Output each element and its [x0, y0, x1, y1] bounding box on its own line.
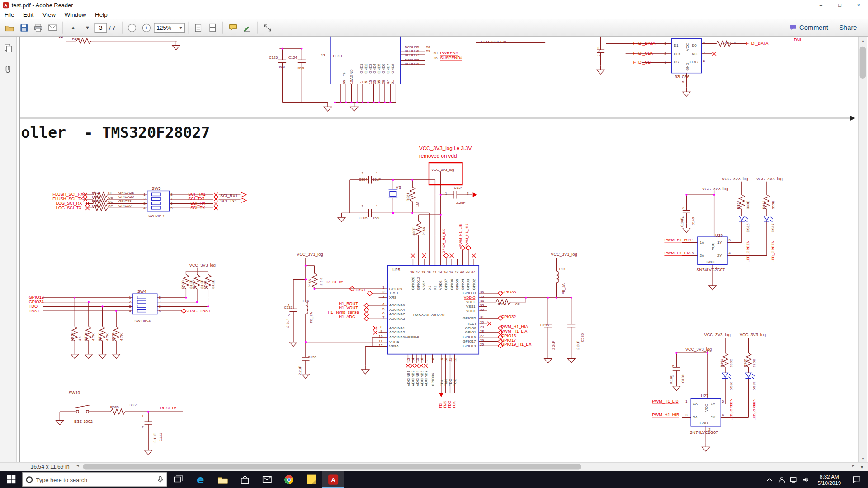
next-page-icon: ▼ [85, 25, 90, 30]
mail-icon [262, 476, 272, 483]
schematic-annotation-line1: VCC_3V3_log i.e 3.3V [419, 145, 472, 151]
menu-edit[interactable]: Edit [19, 11, 38, 18]
tray-volume-icon[interactable] [801, 471, 811, 488]
previous-page-icon: ▲ [71, 25, 75, 30]
schematic-annotation-line2: removed on vdd [419, 153, 457, 159]
menu-file[interactable]: File [0, 11, 19, 18]
share-panel-label: Share [839, 24, 857, 32]
fullscreen-arrows-icon [264, 23, 272, 32]
fullscreen-button[interactable] [261, 21, 274, 34]
tray-people-icon[interactable] [776, 471, 787, 488]
cortana-icon [26, 476, 33, 483]
menu-view[interactable]: View [38, 11, 60, 18]
scroll-down-button[interactable]: ▼ [859, 454, 868, 462]
vertical-scroll-thumb[interactable] [860, 47, 866, 79]
chevron-down-icon: ▼ [860, 465, 863, 469]
taskbar-app-edge[interactable]: e [189, 471, 212, 488]
taskbar-clock[interactable]: 8:32 AM 5/10/2019 [813, 474, 846, 486]
taskbar-app-file-explorer[interactable] [212, 471, 234, 488]
horizontal-scrollbar[interactable] [83, 464, 849, 469]
tray-network-icon[interactable] [788, 471, 799, 488]
zoom-in-icon: + [142, 23, 151, 32]
app-icon: A [3, 2, 9, 8]
windows-logo-icon [7, 475, 15, 483]
edge-icon: e [197, 474, 204, 485]
clock-time: 8:32 AM [813, 474, 846, 479]
next-page-button[interactable]: ▼ [81, 21, 94, 34]
print-button[interactable] [32, 21, 45, 34]
print-icon [34, 23, 43, 32]
page-size-label: 16.54 x 11.69 in [30, 464, 69, 469]
chrome-icon [284, 474, 294, 484]
status-bar: 16.54 x 11.69 in ◄ ► ▼ [0, 462, 868, 471]
attachments-button[interactable] [2, 63, 14, 75]
action-center-button[interactable] [847, 471, 866, 488]
comment-panel-button[interactable]: Comment [789, 24, 828, 32]
open-icon [5, 23, 14, 32]
page-thumbnails-icon [4, 44, 13, 53]
next-page-corner-button[interactable]: ▼ [857, 463, 867, 471]
toolbar: ▲ ▼ / 7 − + 125% ▾ Comm [0, 19, 868, 37]
sign-tool-button[interactable] [241, 21, 254, 34]
start-button[interactable] [0, 471, 22, 488]
taskbar-app-store[interactable] [234, 471, 256, 488]
zoom-level-dropdown[interactable]: 125% ▾ [154, 23, 185, 33]
comment-panel-label: Comment [799, 24, 828, 32]
chevron-down-icon: ▾ [180, 25, 182, 30]
taskbar-app-acrobat-reader[interactable]: A [322, 471, 344, 488]
sticky-notes-icon [307, 475, 316, 484]
comment-bubble-icon [228, 24, 237, 32]
toolbar-separator [122, 22, 122, 34]
save-button[interactable] [17, 21, 30, 34]
navigation-sidebar [0, 37, 17, 462]
acrobat-reader-icon: A [328, 474, 338, 484]
title-bar: A test.pdf - Adobe Reader – □ × [0, 0, 868, 10]
zoom-out-button[interactable]: − [126, 21, 139, 34]
page-thumbnails-button[interactable] [2, 42, 14, 54]
toolbar-separator [188, 22, 188, 34]
taskbar-search[interactable] [22, 472, 167, 487]
taskbar-app-chrome[interactable] [278, 471, 300, 488]
search-input[interactable] [36, 476, 154, 483]
volume-icon [802, 476, 810, 483]
scroll-right-button[interactable]: ► [851, 464, 855, 468]
menu-window[interactable]: Window [60, 11, 91, 18]
taskbar-app-sticky-notes[interactable] [300, 471, 322, 488]
close-button[interactable]: × [849, 0, 868, 10]
comment-tool-button[interactable] [226, 21, 239, 34]
scroll-up-button[interactable]: ▲ [859, 37, 868, 44]
menu-bar: File Edit View Window Help [0, 10, 868, 19]
horizontal-scroll-thumb[interactable] [83, 464, 581, 469]
open-button[interactable] [3, 21, 16, 34]
page-number-input[interactable] [94, 23, 107, 33]
share-panel-button[interactable]: Share [839, 24, 857, 32]
network-icon [790, 476, 797, 483]
sheet-title: oller - TMS320F28027 [21, 124, 210, 141]
email-button[interactable] [46, 21, 59, 34]
scroll-left-button[interactable]: ◄ [76, 464, 80, 468]
pdf-page [17, 37, 858, 462]
toolbar-separator [257, 22, 258, 34]
zoom-in-button[interactable]: + [140, 21, 153, 34]
vertical-scrollbar[interactable]: ▲ ▼ [858, 37, 867, 462]
scrolling-view-button[interactable] [206, 21, 219, 34]
minimize-button[interactable]: – [811, 0, 830, 10]
maximize-button[interactable]: □ [830, 0, 849, 10]
file-explorer-icon [217, 475, 228, 484]
clock-date: 5/10/2019 [813, 479, 846, 485]
taskbar-app-mail[interactable] [256, 471, 278, 488]
task-view-icon [174, 475, 183, 483]
hidden-icons-chevron[interactable] [764, 471, 775, 488]
save-icon [19, 23, 28, 32]
system-tray: 8:32 AM 5/10/2019 [764, 471, 868, 488]
paperclip-icon [4, 64, 13, 74]
single-page-view-button[interactable] [191, 21, 204, 34]
zoom-out-icon: − [128, 23, 136, 32]
microphone-icon [157, 475, 163, 483]
previous-page-button[interactable]: ▲ [66, 21, 80, 34]
task-view-button[interactable] [167, 471, 189, 488]
adobe-reader-window: A test.pdf - Adobe Reader – □ × File Edi… [0, 0, 868, 488]
comment-panel-icon [789, 24, 797, 31]
menu-help[interactable]: Help [90, 11, 112, 18]
zoom-level-value: 125% [156, 24, 171, 31]
